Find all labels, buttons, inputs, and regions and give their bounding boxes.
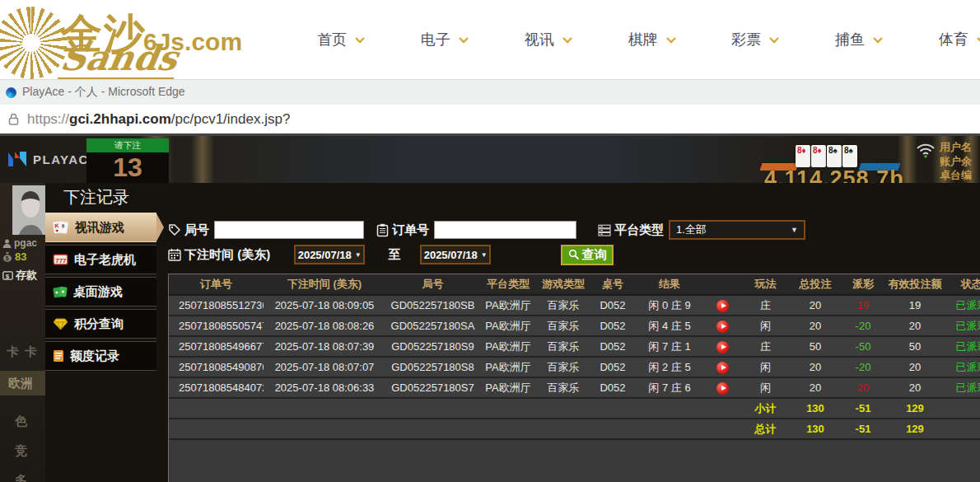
username-row[interactable]: pgac (2, 237, 37, 249)
site-logo[interactable]: 金沙 6Js.com Sands (0, 2, 264, 81)
money-bag-icon: $ (2, 251, 12, 262)
replay-cell[interactable] (704, 357, 740, 377)
table-row: 2507180854840722025-07-18 08:06:33GD0522… (169, 377, 980, 398)
cell-result: 闲 7 庄 1 (635, 336, 704, 357)
cell-platform: PA欧洲厅 (480, 377, 536, 398)
sidebar-item-label: 积分查询 (74, 316, 124, 332)
cell-result: 闲 0 庄 9 (635, 295, 704, 316)
sidebar-item-table-games[interactable]: 桌面游戏 (45, 277, 156, 307)
search-button[interactable]: 查询 (561, 245, 614, 265)
nav-item-sports[interactable]: 体育 (911, 0, 980, 79)
nav-item-fishing[interactable]: 捕鱼 (808, 0, 912, 79)
lock-icon[interactable] (8, 113, 19, 125)
bg-menu-item[interactable]: 色 (15, 414, 27, 429)
cards-icon: 9 K♥ (53, 221, 69, 235)
play-replay-icon[interactable] (716, 300, 729, 312)
nav-item-board[interactable]: 棋牌 (600, 0, 704, 79)
nav-item-live[interactable]: 视讯 (497, 0, 600, 79)
balance-row[interactable]: $ 83 (2, 250, 26, 263)
nav-item-home[interactable]: 首页 (290, 0, 394, 79)
cell-result: 闲 7 庄 6 (635, 377, 704, 398)
play-replay-icon[interactable] (716, 321, 729, 333)
playace-logo: PLAYACE (7, 150, 98, 168)
cell-time: 2025-07-18 08:08:26 (264, 316, 385, 336)
deposit-button[interactable]: $ 存款 (2, 268, 37, 283)
slot-icon: 777 (53, 253, 68, 266)
platform-type-select[interactable]: 1.全部 ▼ (669, 220, 805, 240)
sidebar-item-slot-machines[interactable]: 777 电子老虎机 (45, 245, 156, 274)
modal-sidebar: 9 K♥ 视讯游戏 777 电子老虎机 桌面游戏 (45, 213, 156, 482)
replay-cell[interactable] (704, 336, 740, 357)
dropdown-arrow-icon: ▼ (791, 226, 798, 234)
window-titlebar[interactable]: PlayAce - 个人 - Microsoft Edge (0, 79, 980, 105)
table-row: 2507180854966772025-07-18 08:07:39GD0522… (169, 336, 980, 357)
records-table: 订单号下注时间 (美东)局号平台类型游戏类型桌号结果玩法总投注派彩有效投注额状态… (169, 274, 980, 440)
cell-total: 50 (791, 336, 840, 357)
modal-main: 局号 订单号 平台类型 1.全部 ▼ (156, 213, 980, 482)
deposit-label: 存款 (16, 268, 37, 283)
sidebar-item-live-games[interactable]: 9 K♥ 视讯游戏 (45, 213, 156, 242)
summary-label: 总计 (740, 419, 791, 439)
url-path: /pc/pcv1/index.jsp? (171, 111, 291, 127)
filter-row-1: 局号 订单号 平台类型 1.全部 ▼ (168, 219, 980, 241)
dropdown-arrow-icon: ▼ (481, 251, 488, 259)
table-row: 2507180855057472025-07-18 08:08:26GD0522… (169, 316, 980, 336)
cell-valid: 19 (886, 295, 944, 316)
cell-time: 2025-07-18 08:09:05 (264, 295, 385, 316)
records-table-container: 订单号下注时间 (美东)局号平台类型游戏类型桌号结果玩法总投注派彩有效投注额状态… (168, 274, 980, 482)
bg-menu-item[interactable]: 多 (15, 473, 27, 482)
nav-item-lottery[interactable]: 彩票 (704, 0, 808, 79)
cell-game: 百家乐 (536, 377, 590, 398)
avatar (12, 185, 45, 235)
column-header: 派彩 (840, 274, 886, 295)
balance-value: 83 (15, 250, 26, 263)
url-bar[interactable]: https://gci.2hhapi.com/pc/pcv1/index.jsp… (0, 105, 980, 136)
chevron-down-icon (976, 36, 980, 44)
background-left-panel: pgac $ 83 $ 存款 卡卡 欧洲 色 竞 多 (0, 183, 45, 482)
date-from-select[interactable]: 2025/07/18 ▼ (294, 245, 365, 264)
gem-icon (53, 318, 68, 330)
order-number-label: 订单号 (392, 222, 429, 238)
cell-game: 百家乐 (536, 357, 590, 377)
sun-logo-icon (0, 7, 68, 79)
summary-row: 总计130-51129 (169, 419, 980, 439)
sidebar-item-points-query[interactable]: 积分查询 (45, 309, 156, 339)
replay-cell[interactable] (704, 295, 740, 316)
dropdown-arrow-icon: ▼ (355, 251, 362, 259)
date-to-select[interactable]: 2025/07/18 ▼ (420, 245, 491, 264)
cell-table: D052 (590, 316, 635, 336)
modal-body: 9 K♥ 视讯游戏 777 电子老虎机 桌面游戏 (45, 213, 980, 482)
username-label: 用户名 (940, 140, 972, 154)
cell-result: 闲 2 庄 5 (635, 357, 704, 377)
balance-label: 账户余 (940, 154, 972, 168)
round-number-input[interactable] (214, 221, 364, 239)
logo-script-text: Sands (58, 40, 181, 80)
cell-play: 闲 (740, 357, 791, 377)
replay-cell[interactable] (704, 377, 740, 398)
summary-label: 小计 (740, 398, 791, 419)
url-text[interactable]: https://gci.2hhapi.com/pc/pcv1/index.jsp… (27, 111, 290, 128)
column-header: 结果 (635, 274, 704, 295)
cell-platform: PA欧洲厅 (480, 295, 536, 316)
modal-title: 下注记录 (45, 183, 980, 213)
column-header: 平台类型 (480, 274, 536, 295)
cell-game: 百家乐 (536, 316, 590, 336)
play-replay-icon[interactable] (716, 341, 729, 353)
cell-valid: 20 (886, 357, 944, 377)
bg-menu-item[interactable]: 卡卡 (7, 344, 43, 360)
play-replay-icon[interactable] (716, 362, 729, 374)
chevron-down-icon (354, 36, 366, 44)
sidebar-item-credit-records[interactable]: 额度记录 (45, 341, 156, 371)
nav-label: 棋牌 (628, 30, 658, 49)
order-number-input[interactable] (434, 221, 576, 239)
play-replay-icon[interactable] (716, 382, 729, 395)
bg-menu-item-selected[interactable]: 欧洲 (0, 371, 45, 395)
clipboard-icon (376, 223, 389, 237)
bg-menu-item[interactable]: 竞 (15, 443, 27, 459)
replay-cell[interactable] (704, 316, 740, 336)
nav-label: 捕鱼 (835, 30, 865, 49)
nav-item-slots[interactable]: 电子 (394, 0, 497, 79)
sidebar-item-label: 电子老虎机 (74, 252, 136, 268)
cell-payout: 20 (840, 377, 886, 398)
cell-status: 已派彩 (944, 316, 980, 336)
